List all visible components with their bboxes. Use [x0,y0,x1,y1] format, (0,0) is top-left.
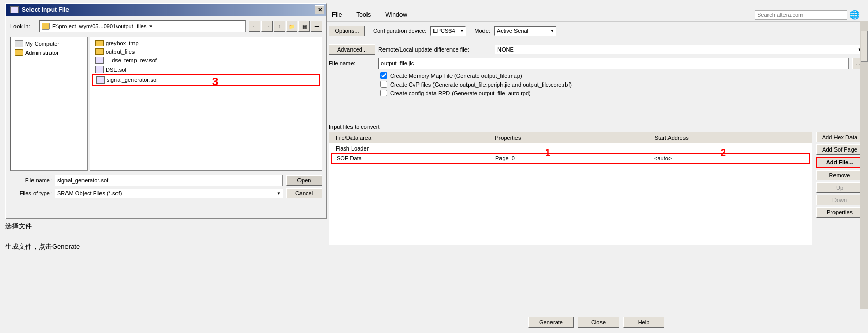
dropdown-arrow: ▼ [148,24,153,29]
extra-text-1: 选择文件 [5,222,32,231]
file-label-output-files: output_files [106,48,135,55]
checkbox-row-3: Create config data RPD (Generate output_… [329,90,864,96]
file-name-input[interactable] [378,58,849,69]
checkbox-cvp-label: Create CvP files (Generate output_file.p… [390,81,572,88]
grid-view-icon[interactable]: ▦ [298,21,310,32]
look-in-label: Look in: [10,23,36,29]
remote-update-select[interactable]: NONE [495,45,864,54]
dialog-title-bar: Select Input File ✕ [6,4,326,16]
cell-page: Page_0 [491,155,650,162]
globe-icon: 🌐 [849,10,860,20]
add-sof-page-button[interactable]: Add Sof Page [816,144,863,155]
cell-auto: <auto> [650,155,809,162]
file-name-label: File name: [329,60,375,66]
list-item-greybox[interactable]: greybox_tmp [92,39,320,47]
col-start-address: Start Address [650,134,810,142]
dialog-body: Look in: E:\project_wym\05...0901\output… [6,16,326,205]
files-of-type-row: Files of type: SRAM Object Files (*.sof)… [10,188,322,198]
tree-item-label-administrator: Administrator [25,49,59,56]
table-header: File/Data area Properties Start Address [329,132,812,143]
list-item-dse-temp[interactable]: __dse_temp_rev.sof [92,56,320,65]
checkbox-rpd-label: Create config data RPD (Generate output_… [390,90,531,96]
new-folder-icon[interactable]: 📁 [286,21,297,32]
number-label-2: 2 [721,147,726,158]
file-name-row: File name: Open [10,175,322,186]
dialog-bottom: File name: Open Files of type: SRAM Obje… [10,175,322,198]
checkbox-memory-map[interactable] [380,72,387,79]
file-list[interactable]: greybox_tmp output_files __dse_temp_rev.… [90,37,322,171]
remote-update-label: Remote/Local update difference file: [378,46,492,53]
config-device-label: Configuration device: [373,28,426,34]
tree-item-label-my-computer: My Computer [25,41,59,47]
options-button[interactable]: Options... [329,26,365,36]
file-name-dialog-input[interactable] [55,175,283,186]
menu-bar: File Tools Window 🌐 [325,8,868,22]
up-button[interactable]: Up [816,182,863,193]
flash-loader-group: Flash Loader SOF Data Page_0 <auto> [329,143,812,165]
tree-item-my-computer[interactable]: My Computer [13,39,85,48]
help-button[interactable]: Help [623,317,664,328]
flash-loader-label: Flash Loader [331,144,810,153]
folder-icon-greybox [95,40,104,46]
files-of-type-select[interactable]: SRAM Object Files (*.sof) [55,189,283,198]
computer-icon [15,40,23,47]
mode-select[interactable]: Active Serial [494,26,556,36]
back-icon[interactable]: ← [249,21,260,32]
scrollbar[interactable] [860,21,868,309]
toolbar-icons: ← → ↑ 📁 ▦ ☰ [249,21,322,32]
config-device-select[interactable]: EPCS64 [430,26,466,36]
menu-item-window[interactable]: Window [382,10,410,20]
select-input-file-dialog: Select Input File ✕ Look in: E:\project_… [5,3,327,219]
files-of-type-label: Files of type: [10,190,52,196]
checkbox-row-2: Create CvP files (Generate output_file.p… [329,81,864,88]
file-label-greybox: greybox_tmp [106,40,139,46]
look-in-path[interactable]: E:\project_wym\05...0901\output_files ▼ [39,20,246,32]
file-table: File/Data area Properties Start Address … [329,132,812,245]
forward-icon[interactable]: → [261,21,273,32]
file-label-signal-gen: signal_generator.sof [107,77,158,83]
section-title: Input files to convert [329,124,864,130]
cancel-button[interactable]: Cancel [286,188,322,198]
close-button[interactable]: Close [578,317,619,328]
col-file: File/Data area [331,134,491,142]
properties-button[interactable]: Properties [816,207,863,218]
close-dialog-button[interactable]: ✕ [315,5,324,14]
file-name-dialog-label: File name: [10,177,52,184]
checkbox-rpd[interactable] [380,90,387,96]
number-label-1: 1 [545,147,550,158]
bottom-buttons: Generate Close Help [325,317,868,328]
cell-sof-data: SOF Data [332,155,491,162]
file-icon-signal-gen [96,76,105,84]
list-item-output-files[interactable]: output_files [92,47,320,56]
table-row[interactable]: SOF Data Page_0 <auto> [331,153,810,164]
list-view-icon[interactable]: ☰ [311,21,322,32]
checkbox-cvp[interactable] [380,81,387,88]
folder-icon [42,23,50,30]
add-hex-data-button[interactable]: Add Hex Data [816,132,863,142]
add-file-button[interactable]: Add File... [816,157,863,168]
dialog-title: Select Input File [22,6,69,13]
advanced-button[interactable]: Advanced... [329,44,375,55]
toolbar: Options... Configuration device: EPCS64 … [325,22,868,40]
checkbox-memory-map-label: Create Memory Map File (Generate output_… [390,73,522,79]
col-properties: Properties [491,134,650,142]
folder-icon-admin [15,49,23,56]
look-in-path-text: E:\project_wym\05...0901\output_files [52,23,146,29]
menu-item-file[interactable]: File [329,10,345,20]
open-button[interactable]: Open [286,175,322,186]
file-label-dse: DSE.sof [106,66,126,73]
list-item-signal-gen[interactable]: signal_generator.sof [92,74,320,86]
file-label-dse-temp: __dse_temp_rev.sof [106,57,157,63]
list-item-dse[interactable]: DSE.sof [92,65,320,74]
mode-label: Mode: [474,28,490,34]
remove-button[interactable]: Remove [816,170,863,180]
up-icon[interactable]: ↑ [274,21,285,32]
look-in-row: Look in: E:\project_wym\05...0901\output… [10,20,322,32]
generate-button[interactable]: Generate [528,317,574,328]
menu-item-tools[interactable]: Tools [353,10,374,20]
file-icon-dse [95,66,104,73]
tree-item-administrator[interactable]: Administrator [13,48,85,57]
file-icon-dse-temp [95,57,104,64]
down-button[interactable]: Down [816,195,863,205]
search-input[interactable] [755,10,847,20]
